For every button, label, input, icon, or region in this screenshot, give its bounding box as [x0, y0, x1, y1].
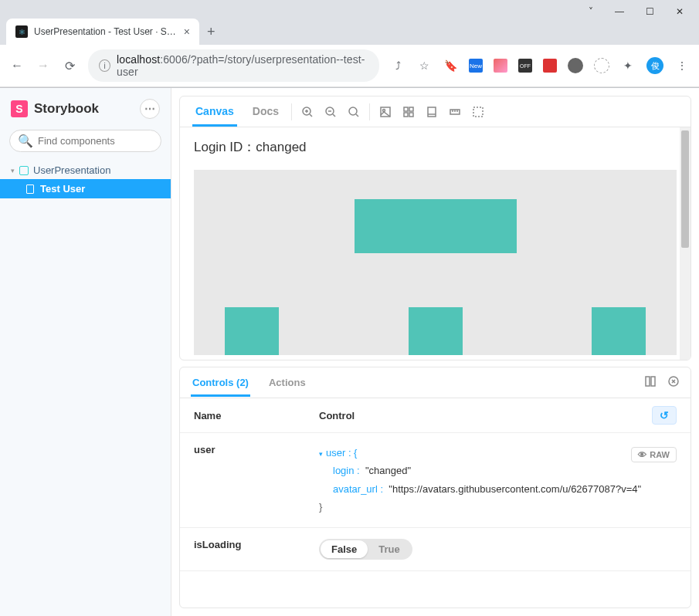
canvas-preview: Login ID：changed: [180, 127, 691, 360]
favicon-icon: ⚛: [15, 25, 28, 38]
addons-panel: Controls (2) Actions Name Control ↺ user…: [179, 367, 691, 608]
svg-rect-7: [404, 113, 408, 117]
svg-point-4: [383, 109, 385, 111]
orientation-icon[interactable]: [644, 375, 657, 391]
svg-rect-13: [646, 377, 650, 386]
share-icon[interactable]: ⤴: [390, 58, 405, 73]
extension-pink-icon[interactable]: [494, 59, 507, 73]
background-icon[interactable]: [379, 106, 392, 118]
zoom-reset-icon[interactable]: [348, 106, 360, 118]
skeleton-placeholder: [194, 170, 677, 355]
chevron-down-icon[interactable]: ˅: [589, 6, 593, 17]
svg-point-2: [349, 107, 357, 115]
viewport-icon[interactable]: [426, 106, 438, 118]
separator: [369, 103, 370, 120]
sidebar-menu-button[interactable]: ⋯: [140, 99, 160, 119]
extension-circle-icon[interactable]: [568, 58, 583, 73]
zoom-in-icon[interactable]: [301, 106, 314, 118]
component-icon: [19, 166, 29, 175]
control-row-isloading: isLoading False True: [180, 528, 691, 571]
close-addons-icon[interactable]: [667, 375, 680, 391]
reload-button[interactable]: ⟳: [62, 59, 77, 73]
header-control: Control: [319, 410, 652, 421]
main-area: Canvas Docs: [171, 88, 699, 616]
info-icon[interactable]: i: [99, 59, 110, 72]
control-name: user: [194, 444, 319, 516]
control-row-user: user 👁RAW ▾user : { login : "changed" av…: [180, 433, 691, 528]
grid-icon[interactable]: [402, 106, 415, 118]
profile-avatar[interactable]: 俊: [646, 57, 663, 74]
extension-red-icon[interactable]: [543, 59, 557, 73]
caret-down-icon[interactable]: ▾: [319, 450, 323, 458]
toggle-false[interactable]: False: [321, 540, 368, 558]
extension-new-icon[interactable]: New: [469, 59, 483, 73]
extensions-icon[interactable]: ✦: [620, 58, 636, 73]
caret-down-icon: ▾: [11, 167, 15, 174]
tab-canvas[interactable]: Canvas: [192, 97, 237, 127]
object-editor[interactable]: ▾user : { login : "changed" avatar_url :…: [319, 444, 677, 516]
svg-rect-8: [409, 113, 413, 117]
close-window-icon[interactable]: ✕: [676, 6, 684, 17]
scrollbar[interactable]: [680, 127, 691, 360]
storybook-brand: Storybook: [34, 101, 99, 117]
svg-rect-11: [473, 107, 483, 117]
extension-dashed-icon[interactable]: [594, 58, 609, 73]
zoom-out-icon[interactable]: [324, 106, 337, 118]
browser-chrome: ˅ — ☐ ✕ ⚛ UserPresentation - Test User ·…: [0, 0, 699, 88]
minimize-icon[interactable]: —: [615, 6, 624, 17]
header-name: Name: [194, 410, 319, 421]
bookmark-icon[interactable]: 🔖: [443, 58, 458, 73]
close-tab-icon[interactable]: ×: [184, 25, 190, 38]
separator: [291, 103, 292, 120]
control-name: isLoading: [194, 539, 319, 560]
storybook-app: S Storybook ⋯ 🔍 / ▾ UserPresentation Tes…: [0, 88, 699, 616]
placeholder-block: [409, 307, 463, 355]
storybook-logo-icon: S: [11, 100, 28, 117]
login-id-text: Login ID：changed: [194, 138, 677, 156]
tab-docs[interactable]: Docs: [249, 97, 282, 127]
star-icon[interactable]: ☆: [416, 58, 432, 73]
placeholder-block: [225, 307, 279, 355]
tab-actions[interactable]: Actions: [267, 368, 307, 397]
svg-rect-5: [404, 107, 408, 111]
back-button[interactable]: ←: [9, 59, 25, 73]
canvas-toolbar: Canvas Docs: [180, 96, 691, 127]
maximize-icon[interactable]: ☐: [646, 6, 654, 17]
toggle-true[interactable]: True: [368, 540, 410, 558]
story-icon: [26, 184, 34, 194]
svg-rect-6: [409, 107, 413, 111]
tree-story-selected[interactable]: Test User: [0, 179, 171, 198]
placeholder-block: [355, 199, 517, 253]
tab-title: UserPresentation - Test User · Sto…: [34, 26, 178, 37]
raw-toggle-button[interactable]: 👁RAW: [631, 447, 677, 462]
extension-off-icon[interactable]: OFF: [518, 59, 532, 73]
sidebar: S Storybook ⋯ 🔍 / ▾ UserPresentation Tes…: [0, 88, 171, 616]
scrollbar-thumb[interactable]: [681, 130, 689, 248]
tab-controls[interactable]: Controls (2): [191, 368, 250, 397]
forward-button[interactable]: →: [36, 59, 51, 73]
svg-rect-9: [428, 107, 436, 117]
url-bar[interactable]: i localhost:6006/?path=/story/userpresen…: [88, 49, 379, 82]
canvas-panel: Canvas Docs: [179, 96, 691, 360]
svg-rect-14: [651, 377, 655, 386]
menu-icon[interactable]: ⋮: [674, 58, 690, 73]
outline-icon[interactable]: [472, 106, 484, 118]
placeholder-block: [592, 307, 646, 355]
tree-component[interactable]: ▾ UserPresentation: [0, 161, 171, 179]
component-label: UserPresentation: [33, 164, 110, 176]
measure-icon[interactable]: [449, 106, 461, 118]
search-input[interactable]: [38, 135, 168, 147]
eye-icon: 👁: [638, 450, 646, 459]
story-label: Test User: [40, 183, 85, 195]
search-box[interactable]: 🔍 /: [9, 130, 161, 152]
reset-controls-button[interactable]: ↺: [652, 406, 677, 425]
boolean-toggle[interactable]: False True: [319, 539, 412, 560]
browser-tab[interactable]: ⚛ UserPresentation - Test User · Sto… ×: [6, 19, 199, 45]
url-text: localhost:6006/?path=/story/userpresenta…: [117, 53, 368, 78]
new-tab-button[interactable]: +: [207, 24, 215, 45]
search-icon: 🔍: [18, 134, 33, 148]
